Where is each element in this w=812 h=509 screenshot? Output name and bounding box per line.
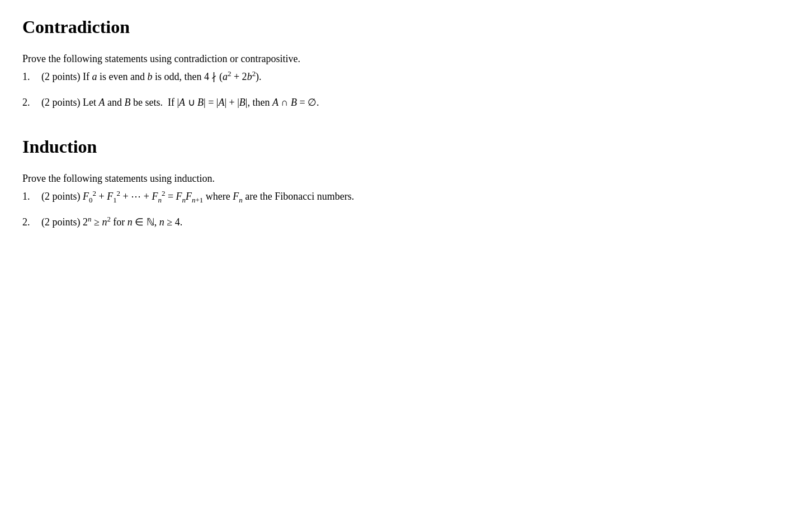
var-A: A (99, 97, 105, 108)
induction-intro: Prove the following statements using ind… (22, 173, 790, 185)
page-container: Contradiction Prove the following statem… (22, 17, 790, 228)
exp-2-b: 2 (252, 69, 256, 78)
sup-2-Fn: 2 (162, 189, 165, 197)
Fn: F (152, 191, 158, 202)
exp-2-a: 2 (228, 69, 231, 78)
contradiction-problem-1-number: 1. (22, 71, 38, 83)
F1: F (107, 191, 113, 202)
contradiction-problem-1-points: (2 points) (41, 71, 81, 82)
set-B-card: B (239, 97, 246, 108)
exp-2-n2: 2 (107, 215, 110, 223)
sub-n-text: n (239, 196, 242, 204)
set-A-int: A (272, 97, 278, 108)
induction-problem-2-number: 2. (22, 216, 38, 228)
induction-section: Induction Prove the following statements… (22, 136, 790, 228)
induction-problem-1-number: 1. (22, 191, 38, 202)
induction-title: Induction (22, 136, 790, 157)
Fn-text: F (233, 191, 239, 202)
contradiction-problem-2-content: (2 points) Let A and B be sets. If |A ∪ … (41, 96, 790, 109)
var-a: a (92, 71, 97, 82)
sup-2-F0: 2 (92, 189, 96, 197)
induction-problem-2: 2. (2 points) 2n ≥ n2 for n ∈ ℕ, n ≥ 4. (22, 216, 790, 228)
contradiction-section: Contradiction Prove the following statem… (22, 17, 790, 109)
contradiction-problem-1-content: (2 points) If a is even and b is odd, th… (41, 70, 790, 83)
induction-problem-1-content: (2 points) F02 + F12 + ⋯ + Fn2 = FnFn+1 … (41, 190, 790, 202)
var-n-ge: n (159, 216, 164, 228)
var-B: B (125, 97, 131, 108)
contradiction-problem-1: 1. (2 points) If a is even and b is odd,… (22, 70, 790, 83)
var-n-in: n (128, 216, 133, 228)
exp-n-2n: n (88, 215, 91, 223)
contradiction-title: Contradiction (22, 17, 790, 37)
induction-problem-2-points: (2 points) (41, 216, 81, 228)
var-b: b (147, 71, 152, 82)
var-a2: a (223, 71, 228, 82)
sup-2-F1: 2 (117, 189, 120, 197)
induction-problem-2-content: (2 points) 2n ≥ n2 for n ∈ ℕ, n ≥ 4. (41, 216, 790, 228)
set-B-union: B (197, 97, 204, 108)
set-A-union: A (179, 97, 185, 108)
sub-n1: n+1 (192, 196, 203, 204)
contradiction-problem-2-points: (2 points) (41, 97, 81, 108)
induction-problem-1-points: (2 points) (41, 191, 81, 202)
Fn1: F (186, 191, 192, 202)
induction-problem-1: 1. (2 points) F02 + F12 + ⋯ + Fn2 = FnFn… (22, 190, 790, 202)
var-b2: b (247, 71, 252, 82)
contradiction-problem-2-number: 2. (22, 97, 38, 109)
Fn-rhs: F (176, 191, 182, 202)
contradiction-problem-2: 2. (2 points) Let A and B be sets. If |A… (22, 96, 790, 109)
F0: F (83, 191, 89, 202)
set-A-card: A (218, 97, 224, 108)
set-B-int: B (291, 97, 297, 108)
contradiction-intro: Prove the following statements using con… (22, 53, 790, 65)
